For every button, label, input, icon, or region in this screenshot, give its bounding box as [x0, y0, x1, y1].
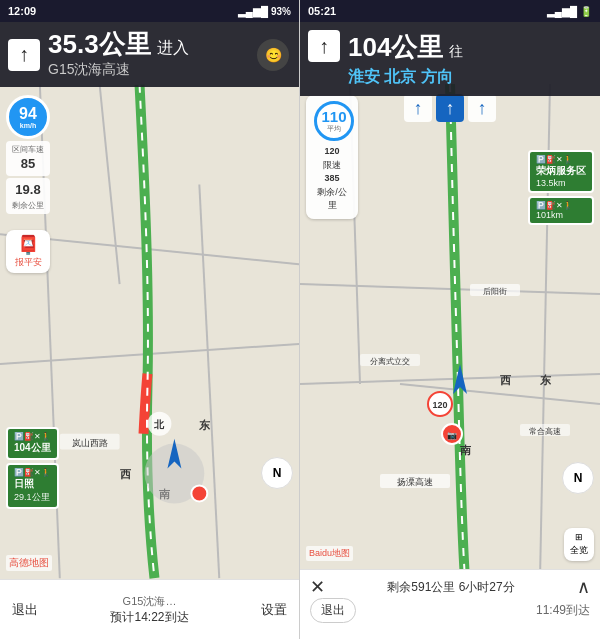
left-nav-arrow: ↑: [8, 39, 40, 71]
left-speed-num: 94: [19, 106, 37, 122]
right-map-panel: 05:21 ▂▄▆█ 🔋 ↑ 104公里 往 淮安 北京 方向 ↑ ↑ ↑: [300, 0, 600, 639]
left-exit-button[interactable]: 退出: [12, 601, 38, 619]
right-speed-panel: 110 平均 120 限速 385 剩余/公里: [306, 95, 358, 219]
right-nav-arrow: ↑: [308, 30, 340, 62]
svg-text:北: 北: [153, 419, 165, 430]
right-speed-circle: 110 平均: [314, 101, 354, 141]
right-expand-icon[interactable]: ∧: [577, 576, 590, 598]
left-remaining: 19.8: [11, 181, 45, 199]
right-speed-avg-label: 平均: [327, 124, 341, 134]
right-sign-2: 🅿️⛽✕🚶 101km: [528, 196, 594, 225]
right-expand-button[interactable]: ⊞ 全览: [564, 528, 594, 561]
svg-text:东: 东: [540, 374, 552, 386]
svg-text:📷: 📷: [447, 430, 457, 440]
right-baidu-logo: Baidu地图: [306, 546, 353, 561]
left-speed-panel: 94 km/h 区间车速 85 19.8 剩余公里: [6, 95, 50, 214]
right-nav-distance: 104公里: [348, 30, 443, 65]
left-bottom-bar: 退出 G15沈海… 预计14:22到达 设置: [0, 579, 299, 639]
left-sign-1-km: 104公里: [14, 441, 51, 455]
left-gaode-logo: 高德地图: [6, 555, 52, 571]
right-bottom-bar: ✕ 剩余591公里 6小时27分 ∧ 退出 11:49到达: [300, 569, 600, 639]
left-report-button[interactable]: 📮 报平安: [6, 230, 50, 273]
left-speed-unit: km/h: [20, 122, 36, 129]
right-nav-info: 104公里 往 淮安 北京 方向: [348, 30, 590, 88]
right-sign-1-km: 13.5km: [536, 178, 586, 188]
left-status-bar: 12:09 ▂▄▆█ 93%: [0, 0, 299, 22]
left-compass[interactable]: N: [261, 457, 293, 489]
svg-text:常合高速: 常合高速: [529, 427, 561, 436]
right-sign-1: 🅿️⛽✕🚶 荣炳服务区 13.5km: [528, 150, 594, 193]
report-icon: 📮: [12, 234, 44, 256]
svg-text:东: 东: [199, 419, 211, 431]
left-time: 12:09: [8, 5, 36, 17]
left-nav-road: G15沈海高速: [48, 61, 249, 79]
lane-arrow-2: ↑: [436, 94, 464, 122]
right-speed-limit-row: 120 限速: [314, 145, 350, 172]
right-bottom-top: ✕ 剩余591公里 6小时27分 ∧: [300, 570, 600, 598]
left-nav-distance: 35.3公里: [48, 30, 151, 59]
right-time: 05:21: [308, 5, 336, 17]
right-nav-action: 往: [449, 43, 463, 61]
svg-text:西: 西: [120, 469, 132, 481]
left-settings-button[interactable]: 设置: [261, 601, 287, 619]
svg-text:分离式立交: 分离式立交: [370, 357, 410, 366]
right-exit-button[interactable]: 退出: [310, 598, 356, 623]
svg-text:后阳街: 后阳街: [483, 287, 507, 296]
left-speed-circle: 94 km/h: [6, 95, 50, 139]
left-signal: ▂▄▆█: [238, 6, 268, 17]
right-road-signs: 🅿️⛽✕🚶 荣炳服务区 13.5km 🅿️⛽✕🚶 101km: [528, 150, 594, 225]
svg-text:岚山西路: 岚山西路: [72, 438, 108, 448]
left-sign-2-km: 29.1公里: [14, 491, 51, 504]
left-remaining-box: 19.8 剩余公里: [6, 178, 50, 213]
right-battery: 🔋: [580, 6, 592, 17]
left-area-speed-box: 区间车速 85: [6, 141, 50, 176]
report-label: 报平安: [12, 256, 44, 269]
right-sign-1-name: 荣炳服务区: [536, 164, 586, 178]
lane-arrow-3: ↑: [468, 94, 496, 122]
right-sign-2-km: 101km: [536, 210, 573, 220]
left-battery: 93%: [271, 6, 291, 17]
right-speed-avg-num: 110: [321, 109, 346, 124]
right-compass[interactable]: N: [562, 462, 594, 494]
svg-text:西: 西: [500, 374, 512, 386]
left-sign-2: 🅿️⛽✕🚶 日照 29.1公里: [6, 463, 59, 509]
left-nav-icon: 😊: [257, 39, 289, 71]
lane-arrow-1: ↑: [404, 94, 432, 122]
left-eta: 预计14:22到达: [38, 609, 261, 626]
right-eta: 11:49到达: [536, 602, 590, 619]
left-nav-info: 35.3公里 进入 G15沈海高速: [48, 30, 249, 79]
left-area-speed: 85: [11, 155, 45, 173]
right-status-bar: 05:21 ▂▄▆█ 🔋: [300, 0, 600, 22]
right-lane-arrows: ↑ ↑ ↑: [404, 94, 496, 122]
expand-label: 全览: [570, 544, 588, 557]
left-road-label: G15沈海…: [38, 594, 261, 609]
left-map-panel: 12:09 ▂▄▆█ 93% ↑ 35.3公里 进入 G15沈海高速 😊: [0, 0, 300, 639]
right-bottom-bottom: 退出 11:49到达: [300, 598, 600, 629]
right-nav-road: 淮安 北京 方向: [348, 67, 590, 88]
right-close-icon[interactable]: ✕: [310, 576, 325, 598]
svg-text:南: 南: [460, 444, 471, 456]
svg-text:扬溧高速: 扬溧高速: [397, 477, 433, 487]
right-nav-header: ↑ 104公里 往 淮安 北京 方向: [300, 22, 600, 96]
left-road-signs: 🅿️⛽✕🚶 104公里 🅿️⛽✕🚶 日照 29.1公里: [6, 427, 59, 509]
right-speed-remaining-row: 385 剩余/公里: [314, 172, 350, 213]
right-bottom-info: 剩余591公里 6小时27分: [325, 579, 577, 596]
left-nav-header: ↑ 35.3公里 进入 G15沈海高速 😊: [0, 22, 299, 87]
svg-text:120: 120: [432, 400, 447, 410]
left-sign-1: 🅿️⛽✕🚶 104公里: [6, 427, 59, 460]
left-bottom-center: G15沈海… 预计14:22到达: [38, 594, 261, 626]
svg-point-15: [191, 485, 207, 501]
left-sign-2-name: 日照: [14, 477, 51, 491]
left-nav-action: 进入: [157, 38, 189, 59]
right-signal: ▂▄▆█: [547, 6, 577, 17]
expand-icon: ⊞: [575, 532, 583, 542]
